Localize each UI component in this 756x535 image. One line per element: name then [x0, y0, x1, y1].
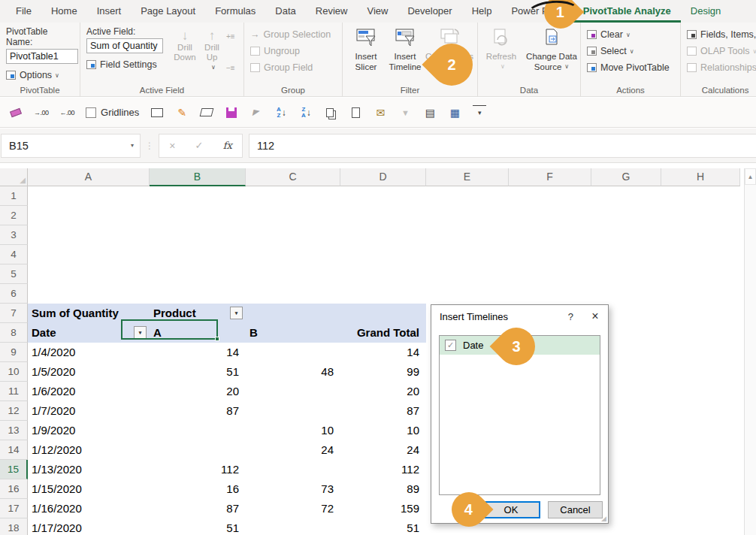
- column-header-d[interactable]: D: [340, 168, 426, 186]
- pointer-icon[interactable]: ◤: [248, 104, 265, 121]
- vertical-scrollbar[interactable]: ▲: [744, 168, 756, 535]
- collapse-field-icon[interactable]: −≡: [226, 62, 235, 74]
- refresh-button[interactable]: Refresh ∨: [484, 27, 519, 84]
- row-header-selected[interactable]: 15: [0, 460, 28, 479]
- close-icon[interactable]: ×: [582, 305, 608, 328]
- row-header[interactable]: 13: [0, 421, 28, 440]
- filter-icon[interactable]: ▼: [398, 105, 412, 120]
- cell-product-a[interactable]: 20: [150, 382, 246, 401]
- move-pivottable-button[interactable]: Move PivotTable: [587, 59, 676, 76]
- cell-grand-total[interactable]: 159: [340, 499, 426, 518]
- cell-grand-total[interactable]: 51: [340, 518, 426, 535]
- scroll-up-icon[interactable]: ▲: [745, 168, 756, 185]
- eraser-icon[interactable]: [9, 105, 23, 120]
- column-header-b[interactable]: B: [150, 168, 246, 186]
- product-filter-dropdown[interactable]: ▾: [230, 307, 243, 319]
- options-button[interactable]: Options ∨: [6, 67, 75, 83]
- row-header[interactable]: 9: [0, 343, 28, 362]
- cell-product-a[interactable]: [150, 421, 246, 440]
- insert-function-icon[interactable]: fx: [223, 140, 232, 151]
- cell-product-b[interactable]: [246, 382, 340, 401]
- decrease-decimal-icon[interactable]: ←.00: [60, 105, 75, 120]
- select-button[interactable]: Select ∨: [587, 43, 676, 59]
- tab-pivottable-analyze[interactable]: PivotTable Analyze: [573, 0, 681, 23]
- row-header[interactable]: 5: [0, 264, 28, 284]
- tab-home[interactable]: Home: [41, 0, 87, 23]
- cell-grand-total[interactable]: 99: [340, 362, 426, 382]
- date-checkbox[interactable]: ✓: [445, 340, 456, 351]
- new-folder-icon[interactable]: [150, 105, 164, 120]
- open-folder-icon[interactable]: [200, 105, 213, 120]
- ungroup-button[interactable]: Ungroup: [250, 43, 337, 59]
- more-commands-icon[interactable]: ▾: [473, 105, 486, 120]
- tab-review[interactable]: Review: [306, 0, 358, 23]
- cell-product-b[interactable]: 48: [246, 362, 340, 382]
- cell-date[interactable]: 1/6/2020: [28, 382, 150, 401]
- cell-grand-total[interactable]: 20: [340, 382, 426, 401]
- row-header[interactable]: 11: [0, 382, 28, 401]
- column-header-f[interactable]: F: [509, 168, 591, 186]
- tab-developer[interactable]: Developer: [398, 0, 461, 23]
- active-field-input[interactable]: Sum of Quantity: [86, 38, 163, 53]
- tab-help[interactable]: Help: [462, 0, 502, 23]
- fill-handle[interactable]: [215, 337, 219, 341]
- gridlines-checkbox[interactable]: Gridlines: [86, 105, 139, 120]
- cell-product-b[interactable]: 72: [246, 499, 340, 518]
- cell-grand-total[interactable]: 24: [340, 440, 426, 460]
- column-header-c[interactable]: C: [246, 168, 340, 186]
- row-header[interactable]: 2: [0, 206, 28, 225]
- row-header[interactable]: 14: [0, 440, 28, 460]
- cell-date[interactable]: 1/4/2020: [28, 343, 150, 362]
- cell-product-b[interactable]: 73: [246, 479, 340, 499]
- formula-input[interactable]: 112: [249, 134, 756, 158]
- cell-grand-total[interactable]: 14: [340, 343, 426, 362]
- cell-date[interactable]: 1/16/2020: [28, 499, 150, 518]
- column-header-g[interactable]: G: [591, 168, 661, 186]
- pivottable-name-input[interactable]: PivotTable1: [6, 49, 78, 64]
- sort-az-icon[interactable]: AZ ↓: [274, 105, 288, 120]
- fields-items-sets-button[interactable]: Fields, Items, &: [687, 26, 756, 43]
- cell-product-b[interactable]: [246, 401, 340, 421]
- field-settings-button[interactable]: Field Settings: [86, 56, 171, 73]
- cell-product-b[interactable]: [246, 460, 340, 479]
- cell-product-a[interactable]: [150, 440, 246, 460]
- cell-product-b-header[interactable]: B: [246, 323, 340, 343]
- row-header[interactable]: 1: [0, 186, 28, 206]
- insert-slicer-button[interactable]: Insert Slicer: [349, 27, 383, 84]
- sort-za-icon[interactable]: ZA ↓: [299, 105, 313, 120]
- form-icon[interactable]: ▤: [423, 105, 437, 120]
- row-header[interactable]: 8: [0, 323, 28, 343]
- select-all-corner[interactable]: ◢: [0, 168, 28, 186]
- cell-product-a[interactable]: 87: [150, 499, 246, 518]
- cell-grand-total[interactable]: 89: [340, 479, 426, 499]
- cell-date[interactable]: 1/5/2020: [28, 362, 150, 382]
- tab-data[interactable]: Data: [265, 0, 305, 23]
- email-icon[interactable]: ✉: [373, 105, 387, 120]
- new-page-icon[interactable]: [349, 105, 362, 120]
- cell-grand-total[interactable]: 87: [340, 401, 426, 421]
- name-box-dropdown-icon[interactable]: ▾: [131, 142, 134, 149]
- insert-timeline-button[interactable]: Insert Timeline: [388, 27, 422, 84]
- cancel-icon[interactable]: ×: [169, 140, 175, 152]
- group-field-button[interactable]: Group Field: [250, 59, 337, 76]
- cell-product-a[interactable]: 51: [150, 518, 246, 535]
- row-header[interactable]: 17: [0, 499, 28, 518]
- cell-b15-selected[interactable]: 112: [150, 460, 246, 479]
- cell-product-a[interactable]: 16: [150, 479, 246, 499]
- relationships-button[interactable]: Relationships: [687, 59, 756, 76]
- increase-decimal-icon[interactable]: →.00: [34, 105, 49, 120]
- cell-product-b[interactable]: 24: [246, 440, 340, 460]
- cell-date[interactable]: 1/12/2020: [28, 440, 150, 460]
- tab-file[interactable]: File: [6, 0, 41, 23]
- cell-product-b[interactable]: 10: [246, 421, 340, 440]
- format-painter-icon[interactable]: ✎: [175, 105, 189, 120]
- tab-formulas[interactable]: Formulas: [205, 0, 265, 23]
- tab-design[interactable]: Design: [681, 0, 730, 23]
- row-header[interactable]: 3: [0, 225, 28, 245]
- table-icon[interactable]: ▦: [448, 105, 461, 120]
- column-header-h[interactable]: H: [661, 168, 740, 186]
- cell-product-b[interactable]: [246, 518, 340, 535]
- cell-product-a[interactable]: 87: [150, 401, 246, 421]
- save-icon[interactable]: [225, 105, 238, 120]
- cell-grand-total[interactable]: 112: [340, 460, 426, 479]
